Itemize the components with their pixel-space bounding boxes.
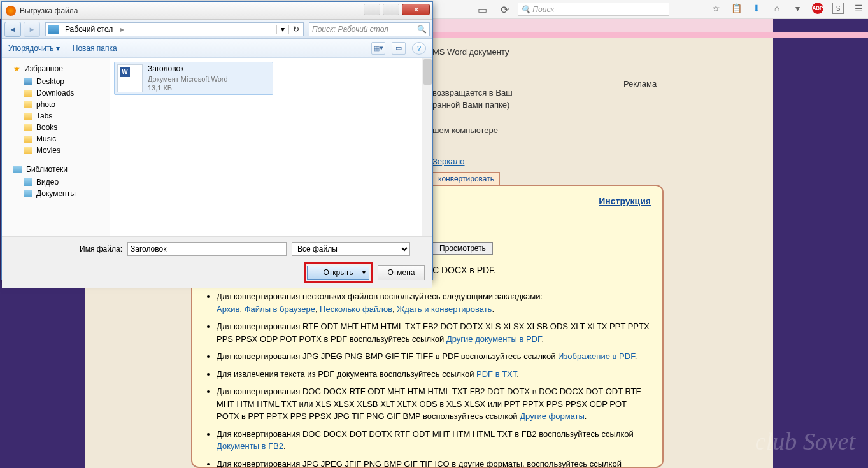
dialog-toolbar: Упорядочить ▾ Новая папка ▦▾ ▭ ? bbox=[2, 39, 432, 58]
sidebar-item-Видео[interactable]: Видео bbox=[2, 176, 110, 188]
list-item: Для конвертирования DOC DOCX RTF ODT MHT… bbox=[217, 385, 650, 423]
dialog-search-input[interactable]: Поиск: Рабочий стол 🔍 bbox=[309, 22, 430, 36]
view-mode-button[interactable]: ▦▾ bbox=[371, 42, 385, 55]
search-icon: 🔍 bbox=[417, 25, 427, 34]
link[interactable]: PDF в TXT bbox=[476, 369, 516, 379]
open-split-chevron-icon[interactable]: ▼ bbox=[359, 266, 369, 279]
new-folder-button[interactable]: Новая папка bbox=[73, 44, 117, 53]
link[interactable]: Несколько файлов bbox=[320, 304, 392, 314]
close-button[interactable]: ✕ bbox=[402, 4, 430, 15]
folder-icon bbox=[24, 101, 32, 108]
filetype-select[interactable]: Все файлы bbox=[292, 242, 410, 256]
library-icon bbox=[13, 166, 22, 173]
file-list-area[interactable]: Заголовок Документ Microsoft Word 13,1 К… bbox=[110, 58, 432, 236]
list-item: Для конвертирования RTF ODT MHT HTM HTML… bbox=[217, 320, 650, 345]
readability-icon[interactable]: S bbox=[832, 3, 844, 14]
sidebar-item-music[interactable]: Music bbox=[2, 133, 110, 145]
library-item-icon bbox=[24, 190, 32, 197]
file-type: Документ Microsoft Word bbox=[148, 74, 228, 83]
file-size: 13,1 КБ bbox=[148, 83, 228, 92]
search-input[interactable]: 🔍 Поиск bbox=[518, 3, 669, 16]
back-button[interactable]: ◄ bbox=[4, 22, 21, 37]
abp-icon[interactable]: ABP bbox=[812, 3, 823, 14]
folder-icon bbox=[24, 147, 32, 154]
library-item-icon bbox=[24, 178, 32, 186]
link[interactable]: Другие документы в PDF bbox=[446, 334, 542, 344]
list-item: Для извлечения текста из PDF документа в… bbox=[217, 368, 650, 381]
chevron-down-icon[interactable]: ▾ bbox=[276, 25, 288, 34]
scrollbar-thumb[interactable] bbox=[423, 59, 432, 85]
hamburger-icon[interactable]: ☰ bbox=[853, 3, 864, 14]
refresh-icon[interactable]: ↻ bbox=[288, 25, 303, 34]
sidebar-item-books[interactable]: Books bbox=[2, 122, 110, 133]
firefox-icon bbox=[6, 6, 16, 16]
file-name: Заголовок bbox=[148, 64, 228, 74]
link[interactable]: Другие форматы bbox=[520, 411, 585, 421]
dialog-title-text: Выгрузка файла bbox=[20, 6, 78, 15]
partial-line-3: шем компьютере bbox=[432, 124, 658, 137]
folder-icon bbox=[24, 90, 32, 97]
dialog-search-placeholder: Поиск: Рабочий стол bbox=[312, 25, 388, 34]
search-placeholder: Поиск bbox=[532, 5, 554, 14]
list-item: Для конвертирования JPG JPEG PNG BMP GIF… bbox=[217, 350, 650, 363]
site-partial-text: MS Word документу возвращается в Ваш ран… bbox=[432, 39, 658, 168]
search-icon: 🔍 bbox=[521, 5, 530, 14]
sidebar-libraries[interactable]: Библиотеки bbox=[2, 162, 110, 176]
dialog-nav-bar: ◄ ► Рабочий стол ▸ ▾ ↻ Поиск: Рабочий ст… bbox=[2, 20, 432, 39]
list-item: Для конвертирования DOC DOCX DOT DOTX RT… bbox=[217, 428, 650, 453]
docx-line: C DOCX в PDF. bbox=[432, 265, 496, 275]
sidebar-item-tabs[interactable]: Tabs bbox=[2, 110, 110, 122]
folder-icon bbox=[24, 124, 32, 131]
star-icon[interactable]: ☆ bbox=[710, 3, 722, 14]
pocket-icon[interactable]: ▾ bbox=[792, 3, 803, 14]
breadcrumb-seg[interactable]: Рабочий стол bbox=[61, 25, 117, 34]
partial-line-2: ранной Вами папке) bbox=[432, 99, 658, 111]
list-item: Для конвертирования нескольких файлов во… bbox=[217, 290, 650, 315]
reader-icon[interactable]: ▭ bbox=[478, 4, 487, 16]
link[interactable]: Файлы в браузере bbox=[245, 304, 315, 314]
sidebar-item-movies[interactable]: Movies bbox=[2, 145, 110, 156]
chevron-right-icon[interactable]: ▸ bbox=[117, 25, 128, 34]
link[interactable]: Изображение в PDF bbox=[558, 351, 635, 361]
clipboard-icon[interactable]: 📋 bbox=[730, 3, 742, 14]
open-button-highlight: Открыть ▼ bbox=[304, 262, 373, 283]
forward-button[interactable]: ► bbox=[24, 22, 40, 37]
filename-input[interactable] bbox=[127, 242, 287, 256]
dialog-sidebar: ★Избранное DesktopDownloadsphotoTabsBook… bbox=[2, 58, 110, 236]
sidebar-item-Документы[interactable]: Документы bbox=[2, 188, 110, 199]
folder-icon bbox=[24, 113, 32, 120]
conversion-options-list: Для конвертирования нескольких файлов во… bbox=[204, 290, 650, 468]
preview-pane-button[interactable]: ▭ bbox=[392, 42, 406, 55]
organize-menu[interactable]: Упорядочить ▾ bbox=[8, 44, 60, 53]
folder-icon bbox=[24, 78, 32, 85]
ad-label: Реклама bbox=[623, 78, 657, 90]
open-button[interactable]: Открыть ▼ bbox=[307, 266, 369, 280]
sidebar-favorites[interactable]: ★Избранное bbox=[2, 62, 110, 76]
word-doc-icon bbox=[117, 64, 143, 92]
dialog-footer: Имя файла: Все файлы Открыть ▼ Отмена bbox=[2, 236, 432, 288]
instruction-link[interactable]: Инструкция bbox=[599, 196, 651, 206]
cancel-button[interactable]: Отмена bbox=[378, 265, 425, 280]
dialog-titlebar[interactable]: Выгрузка файла ✕ bbox=[2, 2, 432, 20]
maximize-button[interactable] bbox=[383, 4, 399, 15]
minimize-button[interactable] bbox=[364, 4, 380, 15]
view-button[interactable]: Просмотреть bbox=[432, 242, 493, 255]
sidebar-item-desktop[interactable]: Desktop bbox=[2, 76, 110, 87]
breadcrumb[interactable]: Рабочий стол ▸ ▾ ↻ bbox=[45, 22, 304, 36]
sidebar-item-photo[interactable]: photo bbox=[2, 99, 110, 110]
file-item-selected[interactable]: Заголовок Документ Microsoft Word 13,1 К… bbox=[114, 62, 273, 95]
mirror-link[interactable]: Зеркало bbox=[432, 157, 464, 166]
link[interactable]: Ждать и конвертировать bbox=[397, 304, 492, 314]
download-icon[interactable]: ⬇ bbox=[751, 3, 762, 14]
home-icon[interactable]: ⌂ bbox=[771, 3, 783, 14]
convert-tab[interactable]: конвертировать bbox=[432, 172, 500, 186]
partial-line-0: MS Word документу bbox=[432, 46, 658, 59]
star-icon: ★ bbox=[13, 64, 20, 73]
filename-label: Имя файла: bbox=[80, 245, 122, 253]
link[interactable]: Документы в FB2 bbox=[217, 441, 283, 451]
sidebar-item-downloads[interactable]: Downloads bbox=[2, 87, 110, 99]
help-button[interactable]: ? bbox=[412, 42, 426, 55]
link[interactable]: Архив bbox=[217, 304, 239, 314]
reload-icon[interactable]: ⟳ bbox=[501, 4, 509, 16]
scrollbar[interactable] bbox=[422, 58, 432, 236]
